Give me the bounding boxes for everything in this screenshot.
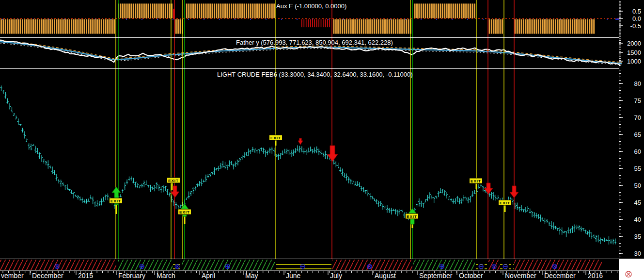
strip-state-icon: ⊕	[139, 262, 145, 270]
strip-state-icon: ⊗	[54, 262, 61, 270]
strip-state-icon: ⊕	[225, 262, 231, 270]
price-chart-surface[interactable]	[0, 69, 619, 259]
strip-state-icon: ⊕	[439, 262, 445, 270]
time-axis-drag-area[interactable]	[0, 271, 619, 280]
strip-state-icon: ⊗	[491, 262, 498, 270]
strip-up-segment	[118, 260, 173, 270]
strip-state-icon: ⊗	[174, 262, 181, 270]
aux-indicator-title: Aux E (-1.00000, 0.0000)	[276, 2, 346, 10]
chart-window: ⊗⊕⊗⊕⊖⊗⊕⊖⊗⊖⊗vemberDecember2015FebruaryMar…	[0, 0, 644, 280]
price-axis-drag-area[interactable]	[619, 0, 644, 259]
axis-corner-box	[619, 259, 644, 280]
strip-state-icon: ⊗	[367, 262, 373, 270]
strip-state-icon: ⊖	[503, 262, 509, 270]
father-indicator-title: Father y (576.993, 771.623, 850.904, 692…	[236, 39, 393, 46]
strip-state-icon: ⊗	[552, 262, 558, 270]
price-series-title: LIGHT CRUDE FEB6 (33.3000, 34.3400, 32.6…	[217, 71, 413, 78]
strip-down-segment	[514, 260, 602, 270]
strip-state-icon: ⊖	[478, 262, 485, 270]
strip-state-icon: ⊖	[300, 262, 306, 270]
